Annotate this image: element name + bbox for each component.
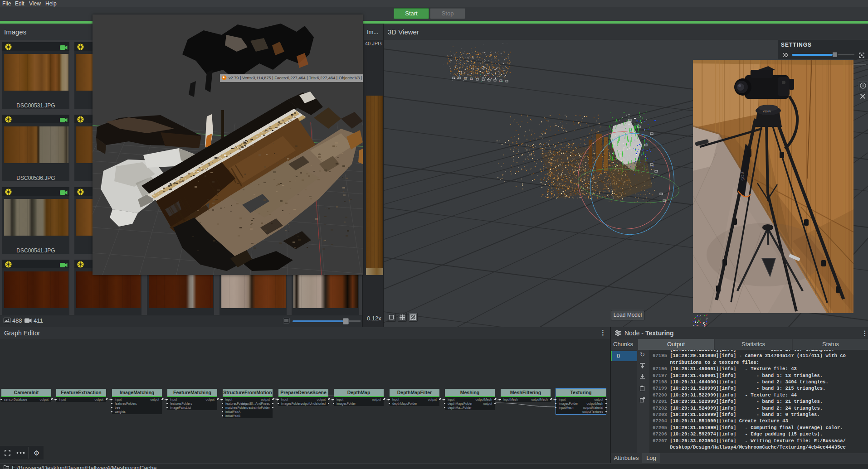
svg-text:V10 Fl: V10 Fl	[763, 110, 770, 113]
